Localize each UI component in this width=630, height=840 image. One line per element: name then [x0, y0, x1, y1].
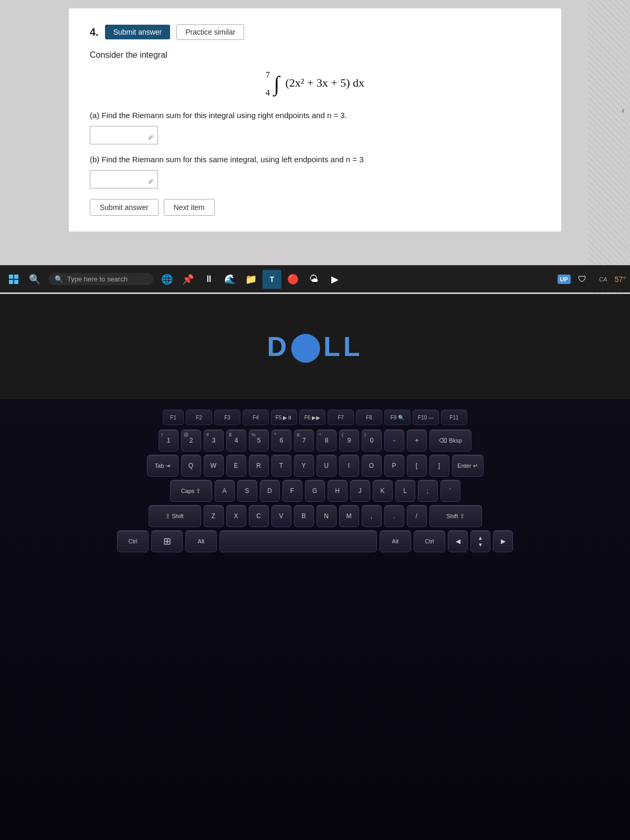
key-t[interactable]: T — [271, 455, 291, 477]
key-8[interactable]: *8 — [317, 429, 337, 452]
asdf-row: Caps ⇪ A S D F G H J K L ; ' — [170, 480, 460, 502]
key-period[interactable]: . — [384, 505, 404, 527]
key-slash[interactable]: / — [407, 505, 427, 527]
taskbar-icon-5[interactable]: T — [262, 270, 281, 289]
taskbar-icon-1[interactable]: 🌐 — [158, 270, 176, 289]
integral-symbol: ∫ — [274, 72, 279, 96]
taskbar-icon-3[interactable]: 🌊 — [220, 270, 239, 289]
part-a-answer-box[interactable]: ✏ — [90, 126, 158, 144]
key-o[interactable]: O — [362, 455, 382, 477]
key-f[interactable]: F — [282, 480, 302, 502]
key-u[interactable]: U — [317, 455, 337, 477]
key-f1[interactable]: F1 — [163, 410, 184, 425]
key-up[interactable]: ▲ — [475, 534, 486, 541]
key-semicolon[interactable]: ; — [418, 480, 438, 502]
key-0[interactable]: )0 — [362, 429, 382, 452]
search-taskbar-icon[interactable]: 🔍 — [25, 270, 44, 289]
submit-answer-top-button[interactable]: Submit answer — [105, 25, 171, 39]
key-s[interactable]: S — [237, 480, 257, 502]
taskbar-icon-pause[interactable]: ⏸ — [200, 270, 218, 289]
key-z[interactable]: Z — [204, 505, 224, 527]
taskbar-icon-4[interactable]: 📁 — [242, 270, 260, 289]
play-icon[interactable]: ▶ — [326, 270, 344, 289]
taskbar-search-icon: 🔍 — [55, 275, 63, 283]
key-bracket-open[interactable]: [ — [407, 455, 427, 477]
key-f11[interactable]: F11 — [441, 410, 467, 425]
key-k[interactable]: K — [373, 480, 393, 502]
key-q[interactable]: Q — [181, 455, 201, 477]
key-m[interactable]: M — [339, 505, 359, 527]
key-2[interactable]: @2 — [181, 429, 201, 452]
key-win[interactable]: ⊞ — [151, 530, 183, 552]
key-quote[interactable]: ' — [440, 480, 460, 502]
dell-logo-text: D — [267, 331, 290, 362]
integral-expression: (2x² + 3x + 5) dx — [282, 76, 364, 89]
key-right[interactable]: ▶ — [493, 530, 513, 552]
key-v[interactable]: V — [271, 505, 291, 527]
key-l[interactable]: L — [395, 480, 415, 502]
key-tab[interactable]: Tab ⇥ — [147, 455, 178, 477]
key-3[interactable]: #3 — [204, 429, 224, 452]
shield-tray-icon[interactable]: 🛡 — [573, 270, 592, 289]
key-p[interactable]: P — [384, 455, 404, 477]
key-7[interactable]: &7 — [294, 429, 314, 452]
key-f9[interactable]: F9 🔍 — [384, 410, 411, 425]
key-4[interactable]: $4 — [226, 429, 246, 452]
key-a[interactable]: A — [215, 480, 235, 502]
submit-answer-bottom-button[interactable]: Submit answer — [90, 199, 159, 216]
key-f3[interactable]: F3 — [214, 410, 240, 425]
key-alt-right[interactable]: Alt — [380, 530, 411, 552]
key-left[interactable]: ◀ — [448, 530, 468, 552]
key-d[interactable]: D — [260, 480, 280, 502]
key-shift-left[interactable]: ⇧ Shift — [149, 505, 201, 527]
key-g[interactable]: G — [305, 480, 325, 502]
key-alt-left[interactable]: Alt — [185, 530, 217, 552]
key-5[interactable]: %5 — [249, 429, 269, 452]
key-i[interactable]: I — [339, 455, 359, 477]
key-caps[interactable]: Caps ⇪ — [170, 480, 212, 502]
key-plus[interactable]: + — [407, 429, 427, 452]
key-ctrl-right[interactable]: Ctrl — [414, 530, 445, 552]
key-enter[interactable]: Enter ↵ — [452, 455, 484, 477]
key-c[interactable]: C — [249, 505, 269, 527]
start-button[interactable] — [4, 270, 23, 289]
key-minus[interactable]: - — [384, 429, 404, 452]
key-comma[interactable]: , — [362, 505, 382, 527]
pencil-icon-b: ✏ — [146, 176, 157, 187]
key-f10[interactable]: F10 — — [413, 410, 439, 425]
key-h[interactable]: H — [328, 480, 348, 502]
key-space[interactable] — [219, 530, 377, 552]
key-b[interactable]: B — [294, 505, 314, 527]
key-f2[interactable]: F2 — [186, 410, 212, 425]
key-n[interactable]: N — [317, 505, 337, 527]
practice-similar-button[interactable]: Practice similar — [176, 24, 244, 40]
key-6[interactable]: ^6 — [271, 429, 291, 452]
key-down[interactable]: ▼ — [475, 541, 486, 548]
key-r[interactable]: R — [249, 455, 269, 477]
key-y[interactable]: Y — [294, 455, 314, 477]
key-x[interactable]: X — [226, 505, 246, 527]
key-f6[interactable]: F6 ▶▶ — [299, 410, 326, 425]
key-9[interactable]: (9 — [339, 429, 359, 452]
key-f5[interactable]: F5 ▶⏸ — [271, 410, 297, 425]
key-shift-right[interactable]: Shift ⇧ — [429, 505, 482, 527]
key-f7[interactable]: F7 — [328, 410, 354, 425]
key-e[interactable]: E — [226, 455, 246, 477]
right-panel-arrow[interactable]: ‹ — [622, 105, 625, 116]
key-ctrl-left[interactable]: Ctrl — [117, 530, 149, 552]
taskbar-icon-2[interactable]: 📌 — [178, 270, 197, 289]
weather-icon[interactable]: 🌤 — [304, 270, 323, 289]
taskbar-search-box[interactable]: 🔍 Type here to search — [48, 273, 153, 285]
key-j[interactable]: J — [350, 480, 370, 502]
key-bracket-close[interactable]: ] — [429, 455, 449, 477]
up-badge[interactable]: UP — [558, 275, 571, 284]
next-item-button[interactable]: Next item — [164, 199, 215, 216]
key-backspace[interactable]: ⌫ Bksp — [429, 429, 471, 452]
ca-tray-icon[interactable]: CA — [594, 270, 613, 289]
part-b-answer-box[interactable]: ✏ — [90, 170, 158, 188]
key-1[interactable]: !1 — [159, 429, 178, 452]
taskbar-icon-6[interactable]: 🔴 — [284, 270, 302, 289]
key-f8[interactable]: F8 — [356, 410, 382, 425]
key-f4[interactable]: F4 — [243, 410, 269, 425]
key-w[interactable]: W — [204, 455, 224, 477]
